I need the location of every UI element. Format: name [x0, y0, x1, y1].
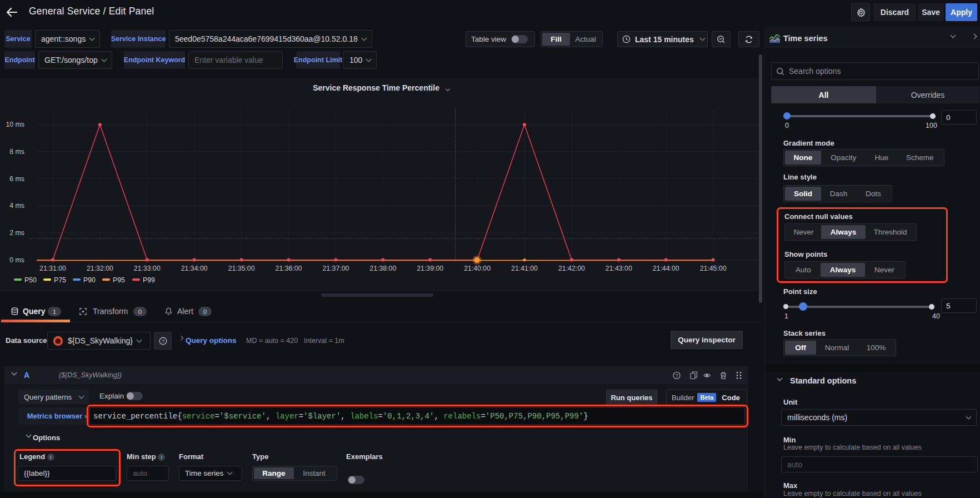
- svg-text:21:31:00: 21:31:00: [39, 265, 66, 272]
- svg-text:4 ms: 4 ms: [9, 202, 24, 210]
- svg-text:2 ms: 2 ms: [9, 229, 24, 237]
- svg-text:?: ?: [676, 373, 678, 379]
- svg-text:21:41:00: 21:41:00: [511, 265, 538, 272]
- svg-text:10 ms: 10 ms: [6, 121, 25, 128]
- svg-text:P95: P95: [113, 276, 125, 284]
- svg-text:21:34:00: 21:34:00: [181, 265, 208, 272]
- svg-text:P50: P50: [24, 276, 37, 284]
- svg-text:21:43:00: 21:43:00: [606, 265, 632, 272]
- svg-text:21:38:00: 21:38:00: [369, 265, 396, 272]
- svg-text:21:40:00: 21:40:00: [464, 265, 491, 272]
- svg-text:21:32:00: 21:32:00: [87, 265, 113, 272]
- svg-text:21:39:00: 21:39:00: [417, 265, 443, 272]
- svg-text:6 ms: 6 ms: [9, 175, 24, 183]
- svg-text:21:36:00: 21:36:00: [276, 265, 302, 272]
- svg-text:21:35:00: 21:35:00: [228, 265, 255, 272]
- svg-text:P75: P75: [54, 276, 66, 284]
- svg-text:0 ms: 0 ms: [9, 256, 24, 264]
- svg-text:8 ms: 8 ms: [9, 148, 24, 156]
- svg-text:21:42:00: 21:42:00: [558, 265, 585, 272]
- svg-text:?: ?: [162, 338, 164, 343]
- svg-text:P90: P90: [83, 276, 96, 284]
- svg-text:21:37:00: 21:37:00: [322, 265, 349, 272]
- svg-text:P99: P99: [143, 276, 155, 284]
- svg-text:21:44:00: 21:44:00: [653, 265, 679, 272]
- svg-text:21:33:00: 21:33:00: [134, 265, 161, 272]
- svg-text:21:45:00: 21:45:00: [700, 265, 727, 272]
